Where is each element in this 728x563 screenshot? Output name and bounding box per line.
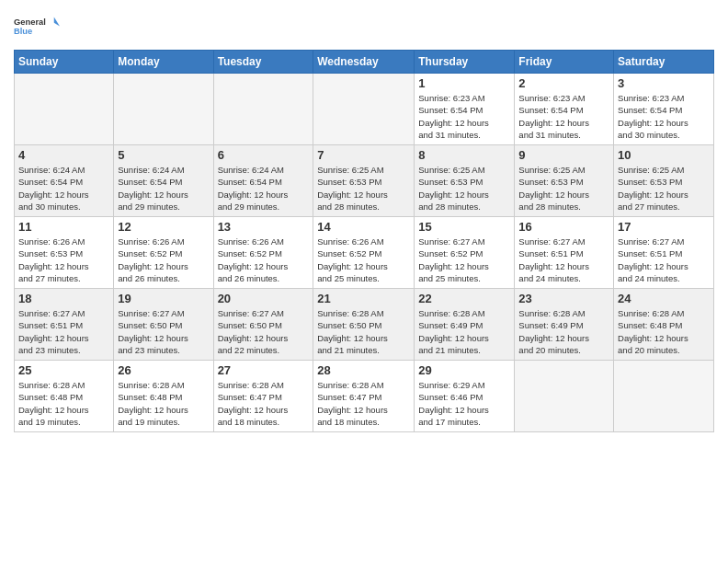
cell-info-text: Sunrise: 6:24 AMSunset: 6:54 PMDaylight:… — [218, 164, 310, 213]
cell-info-text: Sunrise: 6:27 AMSunset: 6:50 PMDaylight:… — [118, 307, 209, 356]
calendar-cell: 17Sunrise: 6:27 AMSunset: 6:51 PMDayligh… — [614, 217, 714, 289]
cell-day-number: 27 — [218, 363, 310, 377]
calendar-cell — [313, 74, 415, 145]
calendar-cell: 15Sunrise: 6:27 AMSunset: 6:52 PMDayligh… — [415, 217, 515, 289]
calendar-cell: 24Sunrise: 6:28 AMSunset: 6:48 PMDayligh… — [614, 289, 714, 361]
calendar-week-row: 4Sunrise: 6:24 AMSunset: 6:54 PMDaylight… — [15, 145, 714, 217]
cell-info-text: Sunrise: 6:27 AMSunset: 6:51 PMDaylight:… — [518, 236, 609, 284]
cell-day-number: 25 — [18, 363, 109, 377]
calendar-cell: 6Sunrise: 6:24 AMSunset: 6:54 PMDaylight… — [213, 145, 313, 217]
calendar-cell — [15, 74, 114, 145]
logo: General Blue — [14, 9, 60, 44]
calendar-cell: 27Sunrise: 6:28 AMSunset: 6:47 PMDayligh… — [213, 361, 313, 432]
cell-day-number: 16 — [518, 220, 609, 234]
cell-day-number: 2 — [518, 76, 609, 90]
cell-info-text: Sunrise: 6:28 AMSunset: 6:49 PMDaylight:… — [418, 307, 510, 356]
cell-day-number: 10 — [618, 148, 710, 162]
calendar-cell — [614, 361, 714, 432]
calendar-header-row: SundayMondayTuesdayWednesdayThursdayFrid… — [15, 51, 714, 74]
cell-info-text: Sunrise: 6:25 AMSunset: 6:53 PMDaylight:… — [618, 164, 710, 213]
logo-svg: General Blue — [14, 9, 60, 44]
cell-day-number: 28 — [317, 363, 410, 377]
calendar-cell: 21Sunrise: 6:28 AMSunset: 6:50 PMDayligh… — [313, 289, 415, 361]
calendar-cell: 23Sunrise: 6:28 AMSunset: 6:49 PMDayligh… — [515, 289, 614, 361]
calendar-week-row: 1Sunrise: 6:23 AMSunset: 6:54 PMDaylight… — [15, 74, 714, 145]
calendar-cell: 3Sunrise: 6:23 AMSunset: 6:54 PMDaylight… — [614, 74, 714, 145]
calendar-cell: 2Sunrise: 6:23 AMSunset: 6:54 PMDaylight… — [515, 74, 614, 145]
cell-info-text: Sunrise: 6:23 AMSunset: 6:54 PMDaylight:… — [518, 92, 609, 141]
cell-day-number: 15 — [418, 220, 510, 234]
cell-info-text: Sunrise: 6:26 AMSunset: 6:52 PMDaylight:… — [118, 236, 209, 284]
cell-day-number: 22 — [418, 292, 510, 305]
calendar-cell: 26Sunrise: 6:28 AMSunset: 6:48 PMDayligh… — [114, 361, 213, 432]
calendar-cell — [213, 74, 313, 145]
calendar-week-row: 18Sunrise: 6:27 AMSunset: 6:51 PMDayligh… — [15, 289, 714, 361]
cell-info-text: Sunrise: 6:24 AMSunset: 6:54 PMDaylight:… — [118, 164, 209, 213]
cell-info-text: Sunrise: 6:29 AMSunset: 6:46 PMDaylight:… — [418, 379, 510, 428]
cell-info-text: Sunrise: 6:25 AMSunset: 6:53 PMDaylight:… — [317, 164, 410, 213]
calendar-cell: 19Sunrise: 6:27 AMSunset: 6:50 PMDayligh… — [114, 289, 213, 361]
cell-day-number: 8 — [418, 148, 510, 162]
cell-day-number: 11 — [18, 220, 109, 234]
cell-day-number: 19 — [118, 292, 209, 305]
cell-day-number: 23 — [518, 292, 609, 305]
cell-info-text: Sunrise: 6:28 AMSunset: 6:50 PMDaylight:… — [317, 307, 410, 356]
calendar-cell: 1Sunrise: 6:23 AMSunset: 6:54 PMDaylight… — [415, 74, 515, 145]
calendar-cell: 8Sunrise: 6:25 AMSunset: 6:53 PMDaylight… — [415, 145, 515, 217]
cell-day-number: 13 — [218, 220, 310, 234]
calendar-cell — [515, 361, 614, 432]
cell-day-number: 1 — [418, 76, 510, 90]
cell-day-number: 29 — [418, 363, 510, 377]
cell-info-text: Sunrise: 6:25 AMSunset: 6:53 PMDaylight:… — [518, 164, 609, 213]
calendar-cell: 5Sunrise: 6:24 AMSunset: 6:54 PMDaylight… — [114, 145, 213, 217]
calendar-day-header: Thursday — [415, 51, 515, 74]
calendar-day-header: Sunday — [15, 51, 114, 74]
cell-day-number: 3 — [618, 76, 710, 90]
svg-marker-2 — [54, 17, 60, 26]
calendar-cell: 14Sunrise: 6:26 AMSunset: 6:52 PMDayligh… — [313, 217, 415, 289]
calendar-day-header: Tuesday — [213, 51, 313, 74]
cell-day-number: 20 — [218, 292, 310, 305]
cell-info-text: Sunrise: 6:27 AMSunset: 6:51 PMDaylight:… — [618, 236, 710, 284]
cell-day-number: 12 — [118, 220, 209, 234]
cell-day-number: 6 — [218, 148, 310, 162]
calendar-cell: 11Sunrise: 6:26 AMSunset: 6:53 PMDayligh… — [15, 217, 114, 289]
calendar-cell: 13Sunrise: 6:26 AMSunset: 6:52 PMDayligh… — [213, 217, 313, 289]
calendar-table: SundayMondayTuesdayWednesdayThursdayFrid… — [14, 50, 714, 432]
cell-day-number: 14 — [317, 220, 410, 234]
cell-day-number: 24 — [618, 292, 710, 305]
calendar-cell: 12Sunrise: 6:26 AMSunset: 6:52 PMDayligh… — [114, 217, 213, 289]
cell-info-text: Sunrise: 6:28 AMSunset: 6:47 PMDaylight:… — [317, 379, 410, 428]
cell-day-number: 26 — [118, 363, 209, 377]
cell-day-number: 9 — [518, 148, 609, 162]
calendar-day-header: Friday — [515, 51, 614, 74]
cell-day-number: 18 — [18, 292, 109, 305]
cell-info-text: Sunrise: 6:27 AMSunset: 6:52 PMDaylight:… — [418, 236, 510, 284]
cell-day-number: 17 — [618, 220, 710, 234]
calendar-cell — [114, 74, 213, 145]
cell-info-text: Sunrise: 6:27 AMSunset: 6:50 PMDaylight:… — [218, 307, 310, 356]
cell-day-number: 5 — [118, 148, 209, 162]
calendar-cell: 18Sunrise: 6:27 AMSunset: 6:51 PMDayligh… — [15, 289, 114, 361]
calendar-cell: 16Sunrise: 6:27 AMSunset: 6:51 PMDayligh… — [515, 217, 614, 289]
cell-info-text: Sunrise: 6:28 AMSunset: 6:49 PMDaylight:… — [518, 307, 609, 356]
cell-info-text: Sunrise: 6:28 AMSunset: 6:47 PMDaylight:… — [218, 379, 310, 428]
cell-info-text: Sunrise: 6:23 AMSunset: 6:54 PMDaylight:… — [618, 92, 710, 141]
cell-info-text: Sunrise: 6:25 AMSunset: 6:53 PMDaylight:… — [418, 164, 510, 213]
calendar-day-header: Wednesday — [313, 51, 415, 74]
calendar-cell: 29Sunrise: 6:29 AMSunset: 6:46 PMDayligh… — [415, 361, 515, 432]
calendar-cell: 10Sunrise: 6:25 AMSunset: 6:53 PMDayligh… — [614, 145, 714, 217]
svg-text:General: General — [14, 17, 46, 27]
calendar-cell: 25Sunrise: 6:28 AMSunset: 6:48 PMDayligh… — [15, 361, 114, 432]
cell-info-text: Sunrise: 6:28 AMSunset: 6:48 PMDaylight:… — [618, 307, 710, 356]
cell-day-number: 7 — [317, 148, 410, 162]
cell-info-text: Sunrise: 6:24 AMSunset: 6:54 PMDaylight:… — [18, 164, 109, 213]
cell-info-text: Sunrise: 6:23 AMSunset: 6:54 PMDaylight:… — [418, 92, 510, 141]
calendar-cell: 28Sunrise: 6:28 AMSunset: 6:47 PMDayligh… — [313, 361, 415, 432]
cell-info-text: Sunrise: 6:26 AMSunset: 6:53 PMDaylight:… — [18, 236, 109, 284]
calendar-week-row: 11Sunrise: 6:26 AMSunset: 6:53 PMDayligh… — [15, 217, 714, 289]
cell-info-text: Sunrise: 6:28 AMSunset: 6:48 PMDaylight:… — [18, 379, 109, 428]
calendar-day-header: Monday — [114, 51, 213, 74]
cell-info-text: Sunrise: 6:27 AMSunset: 6:51 PMDaylight:… — [18, 307, 109, 356]
calendar-cell: 20Sunrise: 6:27 AMSunset: 6:50 PMDayligh… — [213, 289, 313, 361]
